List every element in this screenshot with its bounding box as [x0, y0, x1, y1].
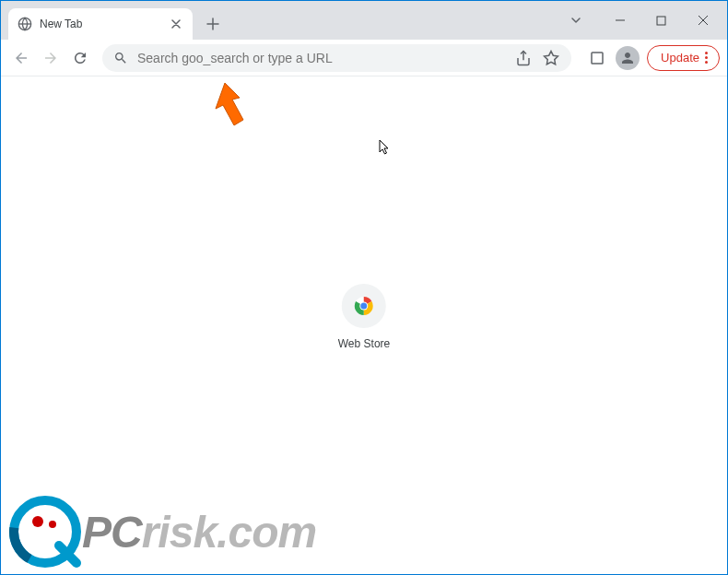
watermark: PCrisk.com — [8, 495, 316, 569]
minimize-button[interactable] — [599, 6, 640, 34]
watermark-text: PCrisk.com — [82, 507, 316, 557]
svg-rect-5 — [592, 53, 603, 64]
menu-icon — [705, 52, 708, 64]
update-button[interactable]: Update — [647, 45, 720, 71]
titlebar: New Tab — [1, 1, 727, 40]
share-icon[interactable] — [514, 49, 533, 67]
shortcut-label: Web Store — [338, 337, 390, 350]
profile-button[interactable] — [616, 46, 640, 70]
new-tab-button[interactable] — [200, 11, 226, 37]
omnibox[interactable] — [102, 44, 571, 72]
annotation-arrow — [199, 79, 254, 138]
close-window-button[interactable] — [682, 6, 723, 34]
update-label: Update — [661, 51, 699, 65]
svg-point-12 — [49, 521, 56, 528]
reload-button[interactable] — [67, 45, 93, 71]
window-controls — [562, 1, 727, 40]
svg-point-11 — [32, 516, 43, 527]
toolbar: Update — [1, 40, 727, 76]
svg-marker-4 — [545, 51, 558, 64]
tab-search-button[interactable] — [562, 6, 590, 34]
back-button[interactable] — [8, 45, 34, 71]
close-tab-icon[interactable] — [169, 17, 183, 31]
address-input[interactable] — [137, 51, 505, 65]
forward-button[interactable] — [38, 45, 64, 71]
content-area: Web Store PCrisk.com — [1, 76, 727, 575]
tab-title: New Tab — [40, 18, 161, 30]
webstore-icon — [342, 284, 386, 328]
extensions-icon[interactable] — [586, 47, 608, 69]
browser-tab[interactable]: New Tab — [8, 8, 193, 40]
bookmark-icon[interactable] — [542, 49, 560, 67]
svg-rect-2 — [657, 17, 665, 25]
svg-point-8 — [360, 303, 367, 310]
watermark-logo-icon — [8, 495, 82, 569]
maximize-button[interactable] — [640, 6, 682, 34]
globe-icon — [18, 17, 32, 31]
shortcut-item[interactable]: Web Store — [338, 284, 390, 350]
cursor-icon — [379, 139, 392, 159]
search-icon — [113, 51, 128, 65]
